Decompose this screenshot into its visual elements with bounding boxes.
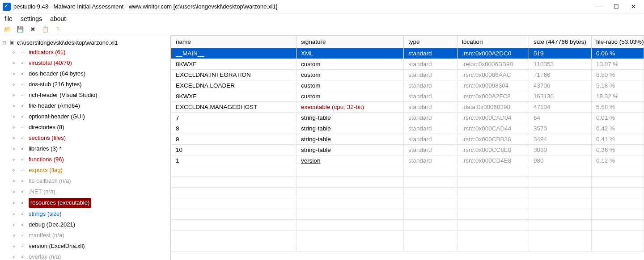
- tree-item[interactable]: ▹▫resources (executable): [10, 197, 169, 209]
- tree-item-label: version (ExcelDna.xll): [29, 242, 85, 251]
- col-name[interactable]: name: [171, 36, 297, 48]
- table-row[interactable]: 1versionstandard.rsrc:0x000CD4E89800.12 …: [171, 155, 644, 166]
- tree-item[interactable]: ▹▫version (ExcelDna.xll): [10, 241, 169, 252]
- table-row[interactable]: 7string-tablestandard.rsrc:0x000CAD04640…: [171, 113, 644, 123]
- expand-icon[interactable]: ▹: [12, 187, 16, 196]
- tree-item[interactable]: ▹▫strings (size): [10, 209, 169, 219]
- tree-item[interactable]: ▹▫functions (96): [10, 154, 169, 165]
- cell-file-ratio: 5.58 %: [592, 102, 644, 113]
- cell-location: .rsrc:0x00098304: [458, 80, 529, 91]
- expand-icon[interactable]: ▹: [12, 242, 16, 251]
- cell-name: 7: [171, 113, 297, 123]
- tree-item[interactable]: ▹▫dos-stub (216 bytes): [10, 79, 169, 90]
- tree-item-label: functions (96): [29, 155, 64, 164]
- table-row[interactable]: 9string-tablestandard.rsrc:0x000CBB38349…: [171, 134, 644, 145]
- expand-icon[interactable]: ▹: [12, 210, 16, 218]
- node-icon: ▫: [19, 177, 26, 185]
- table-row[interactable]: EXCELDNA.LOADERcustomstandard.rsrc:0x000…: [171, 80, 644, 91]
- table-row[interactable]: 10string-tablestandard.rsrc:0x000CC8E030…: [171, 145, 644, 155]
- table-row[interactable]: __MAIN__XMLstandard.rsrc:0x000A2DC05190.…: [171, 48, 644, 59]
- cell-location: .rsrc:0x000A2DC0: [458, 48, 529, 59]
- tree-item[interactable]: ▹▫directories (8): [10, 122, 169, 133]
- close-button[interactable]: ✕: [629, 2, 638, 11]
- table-row[interactable]: 8KWXFcustomstandard.rsrc:0x000A2FC816313…: [171, 91, 644, 102]
- tree-item[interactable]: ▹▫overlay (n/a): [10, 252, 169, 260]
- tree-item[interactable]: ▹▫.NET (n/a): [10, 186, 169, 197]
- open-icon[interactable]: 📂: [4, 25, 12, 33]
- expand-icon[interactable]: ▹: [12, 91, 16, 100]
- expand-icon[interactable]: ▹: [12, 80, 16, 89]
- table-row: [171, 241, 644, 252]
- tree-item[interactable]: ▹▫tls-callback (n/a): [10, 176, 169, 186]
- tree-item[interactable]: ▹▫optional-header (GUI): [10, 111, 169, 122]
- table-row[interactable]: EXCELDNA.INTEGRATIONcustomstandard.rsrc:…: [171, 70, 644, 80]
- resources-table[interactable]: name signature type location size (44776…: [171, 35, 644, 260]
- table-row[interactable]: 8KWXFcustomstandard.reloc:0x0006BB981103…: [171, 59, 644, 70]
- table-row[interactable]: 8string-tablestandard.rsrc:0x000CAD44357…: [171, 123, 644, 134]
- menu-settings[interactable]: settings: [21, 15, 42, 22]
- expand-icon[interactable]: ▹: [12, 101, 16, 110]
- tree-item-label: debug (Dec.2021): [29, 220, 75, 229]
- expand-icon[interactable]: ▹: [12, 134, 16, 143]
- expand-icon[interactable]: ▹: [12, 176, 16, 185]
- expand-icon[interactable]: ▹: [12, 112, 16, 121]
- expand-icon[interactable]: ▹: [12, 155, 16, 164]
- cell-signature: version: [297, 155, 404, 166]
- tree-item[interactable]: ▹▫debug (Dec.2021): [10, 219, 169, 230]
- app-icon: [3, 3, 11, 11]
- expand-icon[interactable]: ▹: [12, 59, 16, 67]
- tree-item[interactable]: ▹▫file-header (Amd64): [10, 101, 169, 111]
- expand-icon[interactable]: ▹: [12, 220, 16, 229]
- titlebar: pestudio 9.43 - Malware Initial Assessme…: [0, 0, 644, 13]
- table-row: [171, 177, 644, 188]
- col-location[interactable]: location: [458, 36, 529, 48]
- expand-icon[interactable]: ▹: [12, 69, 16, 78]
- tree-item[interactable]: ▹▫rich-header (Visual Studio): [10, 90, 169, 101]
- expand-icon[interactable]: ▹: [12, 144, 16, 153]
- cell-file-ratio: 0.12 %: [592, 155, 644, 166]
- expand-icon[interactable]: ▹: [12, 252, 16, 260]
- expand-icon[interactable]: ▹: [12, 166, 16, 175]
- cell-type: standard: [404, 70, 458, 80]
- cell-location: .rsrc:0x000CC8E0: [458, 145, 529, 155]
- expand-icon[interactable]: ▹: [12, 231, 16, 240]
- menubar: file settings about: [0, 13, 644, 24]
- save-icon[interactable]: 💾: [16, 25, 24, 33]
- col-type[interactable]: type: [404, 36, 458, 48]
- help-icon[interactable]: ?: [54, 25, 62, 33]
- node-icon: ▫: [19, 81, 26, 88]
- tree-item-label: tls-callback (n/a): [29, 176, 71, 185]
- cell-location: .data:0x00060398: [458, 102, 529, 113]
- tree-item-label: indicators (61): [29, 48, 65, 57]
- tree-item[interactable]: ▹▫libraries (3) *: [10, 143, 169, 154]
- tree-item[interactable]: ▹▫exports (flag): [10, 165, 169, 176]
- menu-file[interactable]: file: [4, 15, 13, 22]
- table-row[interactable]: EXCELDNA.MANAGEDHOSTexecutable (cpu: 32-…: [171, 102, 644, 113]
- tree-item[interactable]: ▹▫dos-header (64 bytes): [10, 68, 169, 79]
- tree-item[interactable]: ▹▫manifest (n/a): [10, 230, 169, 241]
- expand-icon[interactable]: ▹: [12, 48, 16, 57]
- tree-item[interactable]: ▹▫sections (files): [10, 133, 169, 143]
- tree-item[interactable]: ▹▫indicators (61): [10, 47, 169, 58]
- col-file-ratio[interactable]: file-ratio (53.03%): [592, 36, 644, 48]
- menu-about[interactable]: about: [50, 15, 66, 22]
- maximize-button[interactable]: ☐: [612, 2, 621, 11]
- list-icon[interactable]: 📋: [41, 25, 49, 33]
- minimize-button[interactable]: —: [595, 2, 604, 11]
- col-signature[interactable]: signature: [297, 36, 404, 48]
- tree-item-label: sections (files): [29, 134, 66, 143]
- node-icon: ▫: [19, 102, 26, 109]
- collapse-icon[interactable]: ⊟: [2, 40, 6, 45]
- tree-item[interactable]: ▹▫virustotal (40/70): [10, 58, 169, 68]
- tree-panel[interactable]: ⊟ ▣ c:\users\longevski\desktop\warzone.x…: [0, 35, 171, 260]
- cell-file-ratio: 8.50 %: [592, 70, 644, 80]
- col-size[interactable]: size (447766 bytes): [529, 36, 592, 48]
- cell-type: standard: [404, 48, 458, 59]
- tree-root[interactable]: ⊟ ▣ c:\users\longevski\desktop\warzone.x…: [2, 38, 169, 47]
- cell-signature: string-table: [297, 145, 404, 155]
- expand-icon[interactable]: ▹: [12, 198, 16, 207]
- expand-icon[interactable]: ▹: [12, 123, 16, 132]
- node-icon: ▫: [19, 210, 26, 218]
- delete-icon[interactable]: ✖: [29, 25, 37, 33]
- tree-root-label: c:\users\longevski\desktop\warzone.xl1: [17, 39, 118, 46]
